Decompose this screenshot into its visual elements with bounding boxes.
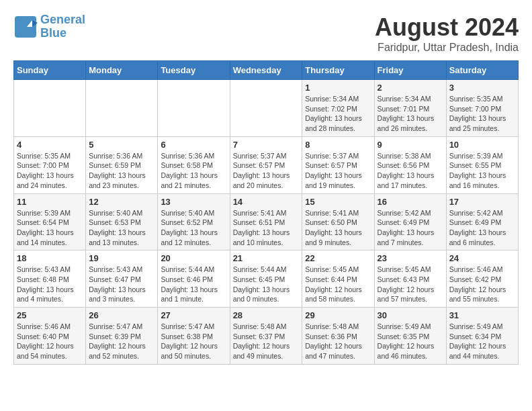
- day-info: Sunrise: 5:41 AM Sunset: 6:50 PM Dayligh…: [305, 208, 371, 248]
- day-info: Sunrise: 5:41 AM Sunset: 6:51 PM Dayligh…: [233, 208, 300, 248]
- calendar-cell: 4Sunrise: 5:35 AM Sunset: 7:00 PM Daylig…: [14, 136, 86, 193]
- day-number: 17: [449, 197, 515, 207]
- calendar-cell: 25Sunrise: 5:46 AM Sunset: 6:40 PM Dayli…: [14, 308, 86, 365]
- calendar-cell: [14, 80, 86, 137]
- weekday-friday: Friday: [374, 61, 446, 80]
- calendar-cell: 24Sunrise: 5:46 AM Sunset: 6:42 PM Dayli…: [446, 250, 518, 308]
- day-number: 12: [89, 197, 154, 207]
- calendar-cell: 31Sunrise: 5:49 AM Sunset: 6:34 PM Dayli…: [446, 308, 518, 365]
- day-info: Sunrise: 5:34 AM Sunset: 7:02 PM Dayligh…: [305, 94, 371, 134]
- day-info: Sunrise: 5:34 AM Sunset: 7:01 PM Dayligh…: [378, 94, 443, 134]
- day-info: Sunrise: 5:40 AM Sunset: 6:53 PM Dayligh…: [89, 208, 154, 248]
- calendar-cell: 8Sunrise: 5:37 AM Sunset: 6:57 PM Daylig…: [302, 136, 374, 193]
- day-info: Sunrise: 5:36 AM Sunset: 6:59 PM Dayligh…: [89, 151, 154, 191]
- day-info: Sunrise: 5:43 AM Sunset: 6:48 PM Dayligh…: [17, 265, 83, 304]
- week-row-4: 18Sunrise: 5:43 AM Sunset: 6:48 PM Dayli…: [14, 250, 519, 308]
- calendar-cell: 17Sunrise: 5:42 AM Sunset: 6:49 PM Dayli…: [446, 193, 518, 250]
- calendar-cell: 1Sunrise: 5:34 AM Sunset: 7:02 PM Daylig…: [302, 80, 374, 137]
- day-info: Sunrise: 5:38 AM Sunset: 6:56 PM Dayligh…: [378, 151, 443, 191]
- day-info: Sunrise: 5:37 AM Sunset: 6:57 PM Dayligh…: [233, 151, 300, 191]
- location: Faridpur, Uttar Pradesh, India: [375, 42, 519, 54]
- calendar-cell: 5Sunrise: 5:36 AM Sunset: 6:59 PM Daylig…: [86, 136, 158, 193]
- calendar-cell: 19Sunrise: 5:43 AM Sunset: 6:47 PM Dayli…: [86, 250, 158, 308]
- week-row-1: 1Sunrise: 5:34 AM Sunset: 7:02 PM Daylig…: [14, 80, 519, 137]
- day-info: Sunrise: 5:35 AM Sunset: 7:00 PM Dayligh…: [449, 94, 515, 134]
- title-block: August 2024 Faridpur, Uttar Pradesh, Ind…: [375, 13, 519, 54]
- day-number: 19: [89, 253, 154, 263]
- day-info: Sunrise: 5:36 AM Sunset: 6:58 PM Dayligh…: [161, 151, 226, 191]
- calendar-cell: 13Sunrise: 5:40 AM Sunset: 6:52 PM Dayli…: [158, 193, 230, 250]
- day-number: 6: [161, 140, 226, 150]
- calendar-cell: 14Sunrise: 5:41 AM Sunset: 6:51 PM Dayli…: [230, 193, 302, 250]
- calendar-cell: [158, 80, 230, 137]
- day-info: Sunrise: 5:45 AM Sunset: 6:43 PM Dayligh…: [378, 265, 443, 304]
- day-number: 20: [161, 253, 226, 263]
- day-number: 2: [378, 83, 443, 93]
- day-number: 16: [378, 197, 443, 207]
- day-info: Sunrise: 5:37 AM Sunset: 6:57 PM Dayligh…: [305, 151, 371, 191]
- day-info: Sunrise: 5:47 AM Sunset: 6:38 PM Dayligh…: [161, 322, 226, 361]
- day-info: Sunrise: 5:48 AM Sunset: 6:37 PM Dayligh…: [233, 322, 300, 361]
- day-number: 23: [378, 253, 443, 263]
- calendar-cell: 28Sunrise: 5:48 AM Sunset: 6:37 PM Dayli…: [230, 308, 302, 365]
- calendar-cell: 16Sunrise: 5:42 AM Sunset: 6:49 PM Dayli…: [374, 193, 446, 250]
- day-number: 4: [17, 140, 83, 150]
- svg-rect-0: [15, 16, 36, 38]
- calendar-cell: 11Sunrise: 5:39 AM Sunset: 6:54 PM Dayli…: [14, 193, 86, 250]
- calendar-body: 1Sunrise: 5:34 AM Sunset: 7:02 PM Daylig…: [14, 80, 519, 365]
- calendar-cell: 10Sunrise: 5:39 AM Sunset: 6:55 PM Dayli…: [446, 136, 518, 193]
- day-info: Sunrise: 5:35 AM Sunset: 7:00 PM Dayligh…: [17, 151, 83, 191]
- logo-line1: General: [40, 13, 85, 27]
- day-number: 25: [17, 310, 83, 320]
- day-number: 10: [449, 140, 515, 150]
- day-info: Sunrise: 5:39 AM Sunset: 6:54 PM Dayligh…: [17, 208, 83, 248]
- day-number: 5: [89, 140, 154, 150]
- day-number: 21: [233, 253, 300, 263]
- day-number: 26: [89, 310, 154, 320]
- logo-icon: [13, 15, 38, 39]
- calendar-cell: [230, 80, 302, 137]
- day-info: Sunrise: 5:48 AM Sunset: 6:36 PM Dayligh…: [305, 322, 371, 361]
- day-info: Sunrise: 5:44 AM Sunset: 6:46 PM Dayligh…: [161, 265, 226, 304]
- day-info: Sunrise: 5:42 AM Sunset: 6:49 PM Dayligh…: [449, 208, 515, 248]
- calendar-cell: 2Sunrise: 5:34 AM Sunset: 7:01 PM Daylig…: [374, 80, 446, 137]
- calendar-cell: 22Sunrise: 5:45 AM Sunset: 6:44 PM Dayli…: [302, 250, 374, 308]
- logo-line2: Blue: [40, 27, 85, 40]
- day-info: Sunrise: 5:49 AM Sunset: 6:34 PM Dayligh…: [449, 322, 515, 361]
- calendar-cell: 12Sunrise: 5:40 AM Sunset: 6:53 PM Dayli…: [86, 193, 158, 250]
- weekday-thursday: Thursday: [302, 61, 374, 80]
- calendar-table: SundayMondayTuesdayWednesdayThursdayFrid…: [13, 60, 519, 365]
- month-year: August 2024: [375, 13, 519, 42]
- week-row-3: 11Sunrise: 5:39 AM Sunset: 6:54 PM Dayli…: [14, 193, 519, 250]
- calendar-cell: 27Sunrise: 5:47 AM Sunset: 6:38 PM Dayli…: [158, 308, 230, 365]
- day-number: 22: [305, 253, 371, 263]
- calendar-cell: 6Sunrise: 5:36 AM Sunset: 6:58 PM Daylig…: [158, 136, 230, 193]
- day-number: 3: [449, 83, 515, 93]
- day-info: Sunrise: 5:46 AM Sunset: 6:40 PM Dayligh…: [17, 322, 83, 361]
- calendar-cell: [86, 80, 158, 137]
- day-number: 29: [305, 310, 371, 320]
- calendar-cell: 26Sunrise: 5:47 AM Sunset: 6:39 PM Dayli…: [86, 308, 158, 365]
- calendar-cell: 29Sunrise: 5:48 AM Sunset: 6:36 PM Dayli…: [302, 308, 374, 365]
- day-info: Sunrise: 5:42 AM Sunset: 6:49 PM Dayligh…: [378, 208, 443, 248]
- day-number: 11: [17, 197, 83, 207]
- day-info: Sunrise: 5:46 AM Sunset: 6:42 PM Dayligh…: [449, 265, 515, 304]
- weekday-tuesday: Tuesday: [158, 61, 230, 80]
- calendar-cell: 21Sunrise: 5:44 AM Sunset: 6:45 PM Dayli…: [230, 250, 302, 308]
- weekday-saturday: Saturday: [446, 61, 518, 80]
- day-info: Sunrise: 5:45 AM Sunset: 6:44 PM Dayligh…: [305, 265, 371, 304]
- day-number: 31: [449, 310, 515, 320]
- calendar-cell: 23Sunrise: 5:45 AM Sunset: 6:43 PM Dayli…: [374, 250, 446, 308]
- calendar-cell: 15Sunrise: 5:41 AM Sunset: 6:50 PM Dayli…: [302, 193, 374, 250]
- page-header: General Blue August 2024 Faridpur, Uttar…: [13, 13, 519, 54]
- day-info: Sunrise: 5:40 AM Sunset: 6:52 PM Dayligh…: [161, 208, 226, 248]
- day-info: Sunrise: 5:39 AM Sunset: 6:55 PM Dayligh…: [449, 151, 515, 191]
- calendar-cell: 3Sunrise: 5:35 AM Sunset: 7:00 PM Daylig…: [446, 80, 518, 137]
- day-number: 8: [305, 140, 371, 150]
- day-info: Sunrise: 5:44 AM Sunset: 6:45 PM Dayligh…: [233, 265, 300, 304]
- weekday-header-row: SundayMondayTuesdayWednesdayThursdayFrid…: [14, 61, 519, 80]
- calendar-cell: 18Sunrise: 5:43 AM Sunset: 6:48 PM Dayli…: [14, 250, 86, 308]
- weekday-sunday: Sunday: [14, 61, 86, 80]
- day-number: 15: [305, 197, 371, 207]
- weekday-monday: Monday: [86, 61, 158, 80]
